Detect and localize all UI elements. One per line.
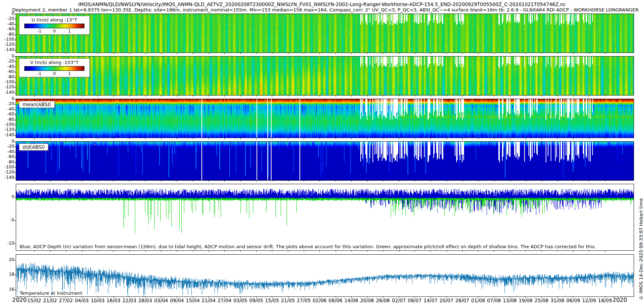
x-tick-label: 15/05 <box>265 298 279 303</box>
x-tick-mark <box>415 181 415 182</box>
x-tick-label: 21/05 <box>281 298 295 303</box>
x-tick-mark <box>177 251 177 252</box>
y-tick-label: 0 <box>1 54 14 59</box>
x-tick-mark <box>526 53 526 54</box>
x-tick-mark <box>240 53 241 54</box>
x-tick-label: 10/03 <box>91 298 104 303</box>
x-tick-mark <box>557 181 558 182</box>
y-tick-mark <box>14 19 16 19</box>
x-tick-label: 27/02 <box>59 298 73 303</box>
x-tick-mark <box>82 95 82 97</box>
y-tick-mark <box>14 29 16 30</box>
x-tick-mark <box>494 251 494 252</box>
figure: IMOS/ANMN/QLD/NWSLYN/Velocity/IMOS_ANMN-… <box>0 0 644 304</box>
x-tick-mark <box>573 251 574 252</box>
x-tick-mark <box>319 95 320 97</box>
x-tick-mark <box>478 138 478 139</box>
x-tick-mark <box>272 53 272 54</box>
x-tick-label: 12/09 <box>582 298 596 303</box>
y-tick-label: -140 <box>1 47 14 52</box>
y-tick-mark <box>14 162 16 163</box>
y-tick-mark <box>14 62 16 62</box>
x-tick-mark <box>113 138 114 139</box>
v-velocity-heatmap <box>16 57 634 95</box>
x-tick-mark <box>351 138 352 139</box>
x-tick-label: 16/03 <box>107 298 121 303</box>
colorbar-tick-label: -1 <box>37 29 42 34</box>
y-tick-label: -60 <box>1 154 14 159</box>
x-tick-mark <box>34 95 35 97</box>
x-tick-mark <box>66 95 66 97</box>
temperature-label: Temperature at instrument <box>20 290 82 296</box>
x-tick-mark <box>145 53 146 54</box>
u-velocity-heatmap <box>16 14 634 53</box>
x-tick-mark <box>351 53 352 54</box>
colorbar-tick-label: 0 <box>53 71 56 76</box>
x-tick-label: 02/06 <box>313 298 327 303</box>
x-tick-mark <box>113 251 114 252</box>
y-tick-label: -60 <box>1 69 14 74</box>
x-tick-mark <box>66 53 66 54</box>
x-tick-label: 07/08 <box>487 298 501 303</box>
x-tick-mark <box>510 95 510 97</box>
x-tick-mark <box>161 251 161 252</box>
y-tick-mark <box>14 35 16 35</box>
x-tick-mark <box>193 138 193 139</box>
x-tick-mark <box>494 53 494 54</box>
panel-temperature: Temperature at instrument <box>16 254 634 297</box>
x-tick-mark <box>415 95 415 97</box>
x-tick-mark <box>589 95 589 97</box>
x-tick-mark <box>98 53 98 54</box>
y-tick-mark <box>14 130 16 130</box>
x-tick-label: 18/09 <box>598 298 612 303</box>
x-tick-mark <box>145 138 146 139</box>
x-tick-label: 08/06 <box>328 298 342 303</box>
y-tick-mark <box>14 178 16 178</box>
y-tick-label: -120 <box>1 127 14 132</box>
x-tick-mark <box>447 95 447 97</box>
copyright-vertical-text: © IMOS 14-Dec-2025 09:33:07 Hobart time <box>638 198 644 300</box>
y-tick-mark <box>14 67 16 67</box>
x-tick-mark <box>288 251 288 252</box>
x-tick-mark <box>557 95 558 97</box>
x-tick-mark <box>288 53 288 54</box>
u-colorbar <box>24 24 84 28</box>
x-tick-mark <box>272 181 272 182</box>
x-tick-mark <box>430 181 431 182</box>
x-tick-mark <box>209 53 209 54</box>
x-axis-year-start: 2020 <box>12 296 27 303</box>
mean-absi-heatmap <box>16 99 634 138</box>
x-tick-mark <box>430 138 431 139</box>
x-tick-mark <box>367 95 367 97</box>
v-colorbar-ticks: -101 <box>24 71 84 77</box>
y-tick-label: -80 <box>1 160 14 165</box>
colorbar-tick-label: 0 <box>53 29 56 34</box>
x-tick-mark <box>50 181 50 182</box>
x-tick-mark <box>351 95 352 97</box>
x-tick-mark <box>605 138 605 139</box>
y-tick-mark <box>14 45 16 45</box>
x-tick-mark <box>98 95 98 97</box>
y-tick-label: -60 <box>1 26 14 31</box>
x-tick-mark <box>510 251 510 252</box>
y-tick-mark <box>14 135 16 136</box>
x-tick-label: 09/05 <box>249 298 263 303</box>
x-tick-mark <box>224 53 225 54</box>
x-tick-mark <box>193 181 193 182</box>
x-tick-mark <box>415 138 415 139</box>
y-tick-mark <box>14 40 16 40</box>
x-tick-mark <box>510 138 510 139</box>
x-tick-label: 20/06 <box>360 298 374 303</box>
x-tick-mark <box>98 251 98 252</box>
u-colorbar-legend: U (m/s) along -13°T -101 <box>19 16 90 35</box>
x-tick-mark <box>82 53 82 54</box>
y-tick-label: -40 <box>1 64 14 69</box>
u-colorbar-ticks: -101 <box>24 29 84 34</box>
x-tick-mark <box>288 181 288 182</box>
colorbar-tick-label: 1 <box>68 29 71 34</box>
y-tick-label: -40 <box>1 149 14 154</box>
depth-variation-plot <box>16 184 634 250</box>
x-tick-mark <box>272 251 272 252</box>
x-tick-mark <box>478 181 478 182</box>
y-tick-mark <box>14 77 16 78</box>
